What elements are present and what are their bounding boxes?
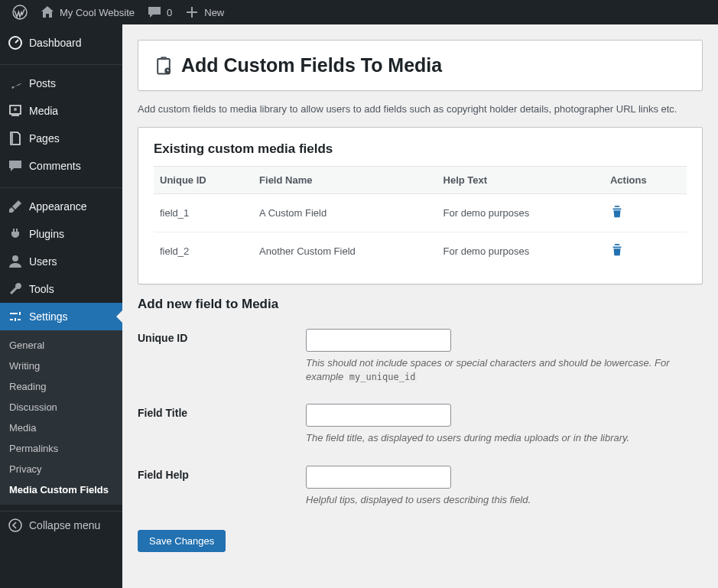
page-icon bbox=[8, 131, 23, 146]
sidebar-item-label: Media bbox=[29, 105, 58, 117]
user-icon bbox=[8, 254, 23, 269]
unique-id-input[interactable] bbox=[306, 329, 451, 352]
th-actions: Actions bbox=[604, 167, 687, 194]
existing-heading: Existing custom media fields bbox=[154, 141, 687, 157]
sidebar-item-label: Users bbox=[29, 255, 57, 268]
th-name: Field Name bbox=[253, 167, 437, 194]
cell-help: For demo purposes bbox=[437, 194, 604, 232]
page-description: Add custom fields to media library to al… bbox=[138, 103, 703, 115]
field-title-input[interactable] bbox=[306, 404, 451, 427]
th-help: Help Text bbox=[437, 167, 604, 194]
collapse-menu[interactable]: Collapse menu bbox=[0, 511, 122, 539]
submenu-privacy[interactable]: Privacy bbox=[0, 459, 122, 479]
submenu-general[interactable]: General bbox=[0, 335, 122, 356]
sidebar-item-label: Pages bbox=[29, 132, 60, 145]
sidebar-item-pages[interactable]: Pages bbox=[0, 125, 122, 152]
th-id: Unique ID bbox=[154, 167, 253, 194]
field-title-hint: The field title, as displayed to users d… bbox=[306, 431, 703, 445]
trash-icon bbox=[610, 205, 624, 219]
cell-name: A Custom Field bbox=[253, 194, 437, 232]
sidebar-item-label: Plugins bbox=[29, 228, 64, 240]
sidebar-item-tools[interactable]: Tools bbox=[0, 275, 122, 303]
admin-bar: My Cool Website 0 New bbox=[0, 0, 718, 24]
comment-icon bbox=[147, 5, 162, 20]
comments-link[interactable]: 0 bbox=[141, 0, 178, 24]
sidebar-item-users[interactable]: Users bbox=[0, 248, 122, 275]
submenu-reading[interactable]: Reading bbox=[0, 376, 122, 397]
admin-sidebar: Dashboard Posts Media Pages Comments bbox=[0, 24, 122, 588]
collapse-icon bbox=[8, 518, 23, 533]
page-title: Add Custom Fields To Media bbox=[181, 54, 442, 76]
wordpress-icon bbox=[12, 5, 28, 20]
sidebar-item-media[interactable]: Media bbox=[0, 97, 122, 125]
table-row: field_2 Another Custom Field For demo pu… bbox=[154, 232, 687, 271]
delete-button[interactable] bbox=[610, 210, 624, 221]
site-name: My Cool Website bbox=[60, 7, 135, 18]
sidebar-item-label: Appearance bbox=[29, 200, 87, 213]
field-help-input[interactable] bbox=[306, 466, 451, 489]
sidebar-item-plugins[interactable]: Plugins bbox=[0, 220, 122, 248]
settings-submenu: General Writing Reading Discussion Media… bbox=[0, 330, 122, 505]
comments-count: 0 bbox=[167, 7, 172, 18]
sidebar-item-label: Comments bbox=[29, 160, 81, 172]
submenu-media-custom-fields[interactable]: Media Custom Fields bbox=[0, 479, 122, 500]
brush-icon bbox=[8, 199, 23, 214]
clipboard-icon bbox=[154, 56, 174, 76]
submenu-discussion[interactable]: Discussion bbox=[0, 397, 122, 417]
sidebar-item-posts[interactable]: Posts bbox=[0, 70, 122, 97]
field-help-hint: Helpful tips, displayed to users describ… bbox=[306, 493, 703, 507]
sidebar-item-label: Tools bbox=[29, 283, 54, 295]
home-icon bbox=[40, 5, 55, 20]
table-row: field_1 A Custom Field For demo purposes bbox=[154, 194, 687, 232]
save-button[interactable]: Save Changes bbox=[138, 530, 226, 552]
wrench-icon bbox=[8, 281, 23, 297]
submenu-permalinks[interactable]: Permalinks bbox=[0, 438, 122, 459]
pin-icon bbox=[8, 76, 23, 91]
cell-help: For demo purposes bbox=[437, 232, 604, 271]
sliders-icon bbox=[8, 309, 23, 324]
sidebar-item-label: Dashboard bbox=[29, 37, 82, 49]
field-title-label: Field Title bbox=[138, 404, 306, 419]
unique-id-label: Unique ID bbox=[138, 329, 306, 344]
new-link[interactable]: New bbox=[178, 0, 230, 24]
add-field-form: Add new field to Media Unique ID This sh… bbox=[138, 297, 703, 552]
media-icon bbox=[8, 103, 23, 119]
fields-table: Unique ID Field Name Help Text Actions f… bbox=[154, 166, 687, 270]
sidebar-item-appearance[interactable]: Appearance bbox=[0, 193, 122, 220]
sidebar-item-dashboard[interactable]: Dashboard bbox=[0, 29, 122, 57]
plus-icon bbox=[184, 5, 200, 20]
sidebar-item-settings[interactable]: Settings bbox=[0, 303, 122, 330]
submenu-writing[interactable]: Writing bbox=[0, 356, 122, 376]
add-heading: Add new field to Media bbox=[138, 297, 703, 312]
page-title-card: Add Custom Fields To Media bbox=[138, 40, 703, 91]
cell-id: field_2 bbox=[154, 232, 253, 271]
wp-logo[interactable] bbox=[6, 0, 34, 24]
collapse-label: Collapse menu bbox=[29, 519, 100, 531]
field-help-label: Field Help bbox=[138, 466, 306, 481]
cell-name: Another Custom Field bbox=[253, 232, 437, 271]
sidebar-item-comments[interactable]: Comments bbox=[0, 152, 122, 180]
delete-button[interactable] bbox=[610, 248, 624, 259]
dashboard-icon bbox=[8, 35, 23, 50]
main-content: Add Custom Fields To Media Add custom fi… bbox=[122, 24, 718, 588]
sidebar-item-label: Settings bbox=[29, 310, 68, 323]
trash-icon bbox=[610, 243, 624, 257]
submenu-media[interactable]: Media bbox=[0, 417, 122, 438]
new-label: New bbox=[204, 7, 224, 18]
site-link[interactable]: My Cool Website bbox=[34, 0, 141, 24]
comment-icon bbox=[8, 158, 23, 174]
cell-id: field_1 bbox=[154, 194, 253, 232]
unique-id-hint: This should not include spaces or specia… bbox=[306, 356, 703, 384]
plug-icon bbox=[8, 226, 23, 242]
existing-fields-card: Existing custom media fields Unique ID F… bbox=[138, 127, 703, 284]
sidebar-item-label: Posts bbox=[29, 77, 56, 89]
